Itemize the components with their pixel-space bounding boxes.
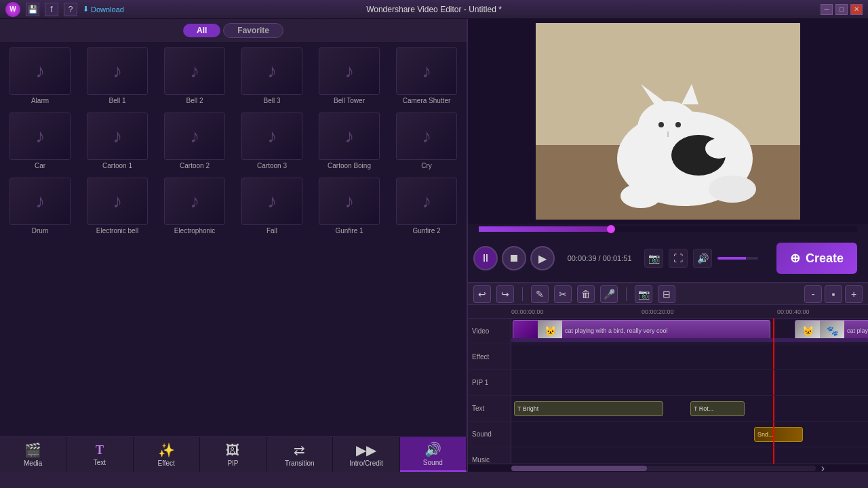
sound-item-bell-1[interactable]: Bell 1: [80, 45, 155, 107]
svg-point-12: [705, 138, 732, 159]
maximize-button[interactable]: □: [835, 4, 848, 15]
all-filter-button[interactable]: All: [183, 24, 220, 37]
redo-button[interactable]: ↪: [496, 285, 514, 303]
sound-track-label: Sound: [468, 422, 511, 447]
horizontal-scrollbar[interactable]: ›: [468, 464, 868, 472]
music-track-content[interactable]: [511, 447, 868, 464]
tab-media[interactable]: 🎬 Media: [0, 437, 66, 472]
sound-item-cartoon-boing[interactable]: Cartoon Boing: [312, 110, 387, 172]
favorite-filter-button[interactable]: Favorite: [223, 23, 283, 38]
scroll-track[interactable]: [511, 466, 816, 471]
effect-icon: ✨: [158, 442, 175, 458]
sound-thumb: [9, 47, 71, 95]
progress-bar[interactable]: [479, 226, 857, 232]
sound-item-car[interactable]: Car: [3, 110, 77, 172]
close-button[interactable]: ✕: [850, 4, 863, 15]
pip-track-content[interactable]: [511, 370, 868, 395]
zoom-in-button[interactable]: +: [845, 285, 863, 303]
volume-icon[interactable]: 🔊: [693, 249, 712, 268]
help-icon[interactable]: ?: [64, 3, 77, 16]
pause-button[interactable]: ⏸: [473, 246, 498, 270]
text-track-label: Text: [468, 396, 511, 421]
sound-item-drum[interactable]: Drum: [3, 175, 77, 237]
record-button[interactable]: 🎤: [600, 285, 618, 303]
tab-sound[interactable]: 🔊 Sound: [400, 437, 467, 472]
nav-tabs: 🎬 Media T Text ✨ Effect 🖼 PIP ⇄ Transiti…: [0, 436, 467, 472]
effect-label: Effect: [158, 460, 175, 467]
sound-item-alarm[interactable]: Alarm: [3, 45, 77, 107]
text-clip-rot[interactable]: T Rot...: [690, 401, 745, 416]
create-icon: ⊕: [790, 251, 800, 266]
sound-item-label: Cartoon 3: [257, 162, 287, 169]
progress-handle[interactable]: [607, 225, 615, 233]
delete-button[interactable]: 🗑: [577, 285, 595, 303]
play-button[interactable]: ▶: [530, 246, 555, 270]
cut-button[interactable]: ✂: [554, 285, 572, 303]
sound-item-cartoon-1[interactable]: Cartoon 1: [80, 110, 155, 172]
sound-item-label: Bell 3: [263, 97, 280, 104]
effect-track-content[interactable]: E Par...: [511, 344, 868, 369]
download-button[interactable]: ⬇ Download: [83, 5, 124, 14]
sound-item-bell-tower[interactable]: Bell Tower: [312, 45, 387, 107]
zoom-handle[interactable]: ▪: [825, 285, 842, 303]
sound-item-cartoon-2[interactable]: Cartoon 2: [157, 110, 232, 172]
sound-item-cartoon-3[interactable]: Cartoon 3: [235, 110, 309, 172]
sound-clip-1[interactable]: Snd...: [754, 427, 803, 442]
detach-button[interactable]: ⊟: [658, 285, 675, 303]
sound-thumb: [241, 178, 302, 225]
playhead-pip: [773, 370, 774, 395]
tab-text[interactable]: T Text: [66, 437, 133, 472]
sound-item-fall[interactable]: Fall: [235, 175, 309, 237]
intro-credit-label: Intro/Credit: [349, 460, 382, 467]
text-track: Text T Bright T Rot...: [468, 396, 868, 422]
create-button[interactable]: ⊕ Create: [776, 243, 857, 274]
right-panel: ⏸ ⏹ ▶ 00:00:39 / 00:01:51 📷 ⛶ 🔊 ⊕ Create…: [468, 19, 868, 472]
scroll-thumb[interactable]: [511, 466, 647, 471]
sound-item-bell-3[interactable]: Bell 3: [235, 45, 309, 107]
sound-item-camera-shutter[interactable]: Camera Shutter: [389, 45, 464, 107]
edit-button[interactable]: ✎: [531, 285, 549, 303]
sound-item-electrophonic[interactable]: Electrophonic: [157, 175, 232, 237]
sound-grid: Alarm Bell 1 Bell 2 Bell 3 Bell Tower Ca…: [0, 42, 467, 436]
facebook-icon[interactable]: f: [45, 3, 58, 16]
save-icon[interactable]: 💾: [26, 3, 39, 16]
player-controls: ⏸ ⏹ ▶ 00:00:39 / 00:01:51 📷 ⛶ 🔊 ⊕ Create: [468, 235, 868, 282]
main-area: All Favorite Alarm Bell 1 Bell 2 Bell 3 …: [0, 19, 868, 472]
zoom-out-button[interactable]: -: [804, 285, 822, 303]
intro-credit-icon: ▶▶: [356, 442, 376, 458]
sound-thumb: [319, 113, 380, 160]
minimize-button[interactable]: ─: [821, 4, 833, 15]
tab-pip[interactable]: 🖼 PIP: [200, 437, 267, 472]
app-logo: W: [5, 2, 20, 17]
sound-item-label: Drum: [32, 227, 48, 235]
window-controls: ─ □ ✕: [821, 4, 863, 15]
sound-item-cry[interactable]: Cry: [389, 110, 464, 172]
sound-item-electronic-bell[interactable]: Electronic bell: [80, 175, 155, 237]
volume-slider[interactable]: [717, 257, 758, 260]
undo-button[interactable]: ↩: [473, 285, 491, 303]
tab-transition[interactable]: ⇄ Transition: [267, 437, 333, 472]
video-track-content[interactable]: 🐱 cat playing with a bird, really very c…: [511, 319, 868, 344]
snapshot-button[interactable]: 📷: [635, 285, 652, 303]
sound-item-label: Electronic bell: [96, 227, 138, 235]
sound-item-bell-2[interactable]: Bell 2: [157, 45, 232, 107]
transition-label: Transition: [285, 460, 315, 467]
timeline: ↩ ↪ ✎ ✂ 🗑 🎤 📷 ⊟ - ▪ + 00:00:00:00 00:: [468, 282, 868, 472]
sound-track-content[interactable]: Snd...: [511, 422, 868, 447]
sound-item-gunfire-1[interactable]: Gunfire 1: [312, 175, 387, 237]
scroll-right-icon[interactable]: ›: [821, 462, 825, 474]
text-clip-bright[interactable]: T Bright: [514, 401, 663, 416]
text-track-content[interactable]: T Bright T Rot...: [511, 396, 868, 421]
sound-thumb: [319, 178, 380, 225]
sound-item-gunfire-2[interactable]: Gunfire 2: [389, 175, 464, 237]
tab-effect[interactable]: ✨ Effect: [134, 437, 200, 472]
sound-item-label: Fall: [267, 227, 277, 235]
tab-intro-credit[interactable]: ▶▶ Intro/Credit: [333, 437, 399, 472]
text-label: Text: [94, 459, 106, 466]
sound-item-label: Cry: [421, 162, 432, 169]
svg-point-6: [658, 122, 664, 127]
fullscreen-button[interactable]: ⛶: [669, 249, 688, 268]
stop-button[interactable]: ⏹: [502, 246, 526, 270]
sound-label: Sound: [423, 459, 443, 466]
screenshot-button[interactable]: 📷: [644, 249, 663, 268]
